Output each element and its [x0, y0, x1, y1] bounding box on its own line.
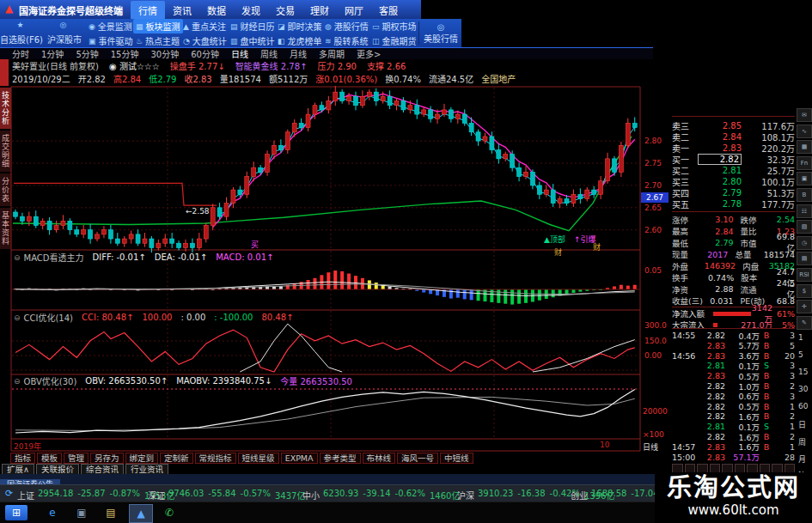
macd-bar: [552, 289, 555, 297]
transaction-price: 2.82: [699, 432, 725, 441]
candle-body: [592, 190, 596, 194]
candle-body: [544, 190, 548, 194]
chat-app-icon[interactable]: ✆: [158, 504, 180, 521]
macd-bar: [497, 289, 500, 303]
transaction-count: 2: [773, 432, 795, 441]
macd-bar: [313, 278, 316, 289]
app-window-icon[interactable]: ▣: [70, 504, 93, 521]
transaction-price: 2.83: [699, 341, 725, 350]
transaction-time: 14:57: [672, 442, 699, 452]
stat-value: 2.88: [708, 284, 734, 294]
macd-bar: [571, 289, 575, 293]
strip-period-30[interactable]: 30: [798, 385, 808, 393]
indicator-tab-海风一号[interactable]: 海风一号: [397, 453, 438, 464]
macd-bar: [368, 280, 371, 289]
candle-body: [14, 212, 18, 216]
stat-row: 最低2.79市值69.8亿: [672, 237, 795, 248]
candle-body: [61, 221, 65, 225]
strip-tool-icon-✎[interactable]: ✎: [797, 316, 812, 330]
transaction-price: 2.82: [699, 331, 725, 340]
signal-label: ▲顶部: [544, 234, 565, 245]
quote-separator: [672, 211, 795, 212]
start-button[interactable]: ⊞: [5, 505, 27, 520]
candle-body: [565, 198, 569, 203]
strip-tool-icon-RSI[interactable]: RSI: [797, 268, 812, 282]
strip-tool-icon-Fn[interactable]: Fn: [797, 156, 812, 170]
transaction-count: 1: [773, 402, 795, 411]
watermark-title: 乐淘公式网: [655, 472, 812, 503]
index-中小[interactable]: 中小 6230.93-39.14-0.62%1460亿: [302, 489, 464, 502]
strip-tool-icon-▤[interactable]: ▤: [797, 252, 812, 265]
strip-tool-icon-B[interactable]: B: [797, 188, 812, 202]
candle-body: [266, 155, 270, 173]
strip-tool-icon-◷[interactable]: ◷: [797, 236, 812, 250]
strip-tool-icon-$[interactable]: $: [797, 284, 812, 298]
notice-bar[interactable]: 国海证券公告: [0, 474, 655, 484]
candle-body: [327, 101, 331, 110]
candle-body: [224, 204, 229, 217]
browser-icon[interactable]: e: [41, 504, 64, 521]
strip-tool-icon-▣[interactable]: ▣: [797, 172, 812, 185]
transaction-side: B: [760, 341, 773, 350]
stat-value: 2017: [707, 250, 728, 259]
strip-tool-icon-✛[interactable]: ✛: [797, 300, 812, 313]
index-value: -0.87%: [110, 489, 140, 502]
strip-tool-icon-∿[interactable]: ∿: [797, 125, 812, 138]
strip-tool-icon-▧[interactable]: ▧: [797, 220, 812, 234]
quote-price: 2.79: [698, 188, 742, 198]
strip-tool-icon-✉[interactable]: ✉: [797, 108, 812, 122]
transaction-volume: 57.1万: [725, 451, 760, 463]
refresh-icon[interactable]: ⟳: [5, 488, 13, 499]
indicator-tab-绑定到[interactable]: 绑定到: [125, 453, 159, 464]
indicator-tab-指标[interactable]: 指标: [10, 453, 35, 464]
obv-header-collapse-icon[interactable]: ⊖: [14, 377, 21, 386]
stat-value: 146392: [705, 261, 736, 271]
stat-label: 量比: [741, 225, 770, 237]
macd-header-text: MACD: 0.01↑: [216, 252, 273, 262]
index-深证[interactable]: 深证 9746.03-55.84-0.57%3437亿: [148, 489, 309, 502]
strip-period-60[interactable]: 60: [798, 402, 808, 410]
indicator-tab-中短线[interactable]: 中短线: [440, 453, 473, 464]
bid-row[interactable]: 买五2.78177.7万: [672, 198, 795, 210]
transaction-side: B: [760, 411, 773, 421]
strip-period-周[interactable]: 周: [798, 436, 806, 447]
strip-period-日[interactable]: 日: [798, 419, 806, 430]
strip-period-5[interactable]: 5: [798, 350, 803, 359]
strip-period-15[interactable]: 15: [798, 368, 808, 376]
stat-value: 2.79: [708, 238, 734, 247]
cci-header-collapse-icon[interactable]: ⊖: [14, 313, 21, 322]
strip-period-月[interactable]: 月: [798, 453, 806, 465]
cci-header-text: CCI: 80.48↑: [82, 313, 133, 322]
terminal-app-icon[interactable]: ▲: [129, 504, 153, 523]
index-name: 上证: [17, 489, 34, 502]
indicator-tab-参考类型[interactable]: 参考类型: [320, 453, 361, 464]
support-step-line: [14, 183, 217, 205]
indicator-tab-模板[interactable]: 模板: [37, 453, 62, 464]
candle-body: [476, 132, 480, 141]
strip-period-1[interactable]: 1: [798, 333, 803, 342]
chart-period-label: 日线: [643, 441, 658, 453]
folder-icon[interactable]: ▤: [100, 504, 122, 521]
macd-header-collapse-icon[interactable]: ⊖: [14, 253, 21, 262]
macd-bar: [626, 286, 630, 289]
indicator-tab-布林线[interactable]: 布林线: [363, 453, 396, 464]
indicator-tab-短线星级[interactable]: 短线星级: [238, 453, 279, 464]
candle-body: [436, 114, 440, 119]
transaction-price: 2.81: [699, 422, 725, 431]
indicator-tab-另存为[interactable]: 另存为: [90, 453, 124, 464]
transaction-side: B: [760, 351, 773, 361]
strip-tool-icon-☷[interactable]: ☷: [797, 204, 812, 218]
strip-tool-icon-▦[interactable]: ▦: [797, 140, 812, 154]
time-axis-label: 2019年: [14, 441, 41, 452]
macd-bar: [463, 289, 467, 299]
stat-label: 外盘: [672, 260, 705, 272]
indicator-tab-EXPMA[interactable]: EXPMA: [281, 453, 318, 464]
indicator-tab-定制新[interactable]: 定制新: [160, 453, 193, 464]
indicator-tab-管理[interactable]: 管理: [64, 453, 89, 464]
index-value: 2954.18: [38, 489, 73, 502]
candle-body: [108, 230, 113, 239]
transaction-side: B: [760, 402, 773, 411]
obv-header-text: MAOBV: 2393840.75↓: [176, 376, 272, 386]
indicator-tab-常规指标[interactable]: 常规指标: [195, 453, 236, 464]
stat-row: 现量2017总量181574: [672, 249, 795, 260]
